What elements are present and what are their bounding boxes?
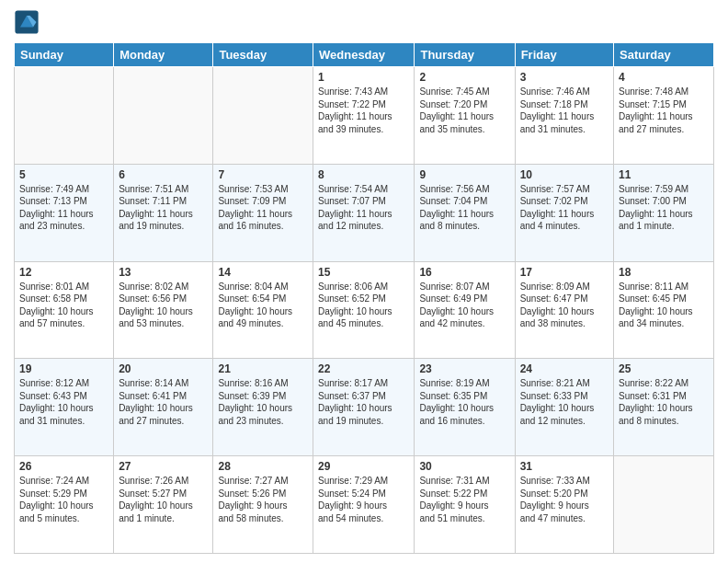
day-number: 16	[419, 266, 509, 279]
weekday-header-tuesday: Tuesday	[213, 43, 313, 67]
calendar-cell: 23Sunrise: 8:19 AM Sunset: 6:35 PM Dayli…	[415, 359, 515, 456]
day-number: 22	[318, 362, 409, 375]
day-number: 3	[520, 71, 609, 84]
day-number: 30	[419, 460, 509, 473]
calendar-cell: 30Sunrise: 7:31 AM Sunset: 5:22 PM Dayli…	[415, 456, 515, 554]
day-info: Sunrise: 8:14 AM Sunset: 6:41 PM Dayligh…	[119, 377, 208, 427]
day-number: 28	[218, 460, 308, 473]
calendar-cell: 26Sunrise: 7:24 AM Sunset: 5:29 PM Dayli…	[15, 456, 114, 554]
calendar-cell	[15, 67, 114, 165]
calendar-cell: 16Sunrise: 8:07 AM Sunset: 6:49 PM Dayli…	[415, 261, 515, 359]
logo	[14, 9, 41, 35]
day-info: Sunrise: 8:16 AM Sunset: 6:39 PM Dayligh…	[218, 377, 308, 427]
day-number: 1	[318, 71, 409, 84]
calendar-cell: 2Sunrise: 7:45 AM Sunset: 7:20 PM Daylig…	[415, 67, 515, 165]
day-number: 2	[419, 71, 509, 84]
weekday-header-friday: Friday	[515, 43, 613, 67]
day-info: Sunrise: 8:07 AM Sunset: 6:49 PM Dayligh…	[419, 281, 509, 330]
day-info: Sunrise: 8:11 AM Sunset: 6:45 PM Dayligh…	[619, 281, 709, 330]
day-number: 23	[419, 362, 509, 375]
day-info: Sunrise: 7:29 AM Sunset: 5:24 PM Dayligh…	[318, 475, 409, 524]
weekday-header-wednesday: Wednesday	[313, 43, 415, 67]
calendar-cell: 27Sunrise: 7:26 AM Sunset: 5:27 PM Dayli…	[114, 456, 213, 554]
calendar-cell: 18Sunrise: 8:11 AM Sunset: 6:45 PM Dayli…	[614, 261, 714, 359]
day-info: Sunrise: 7:48 AM Sunset: 7:15 PM Dayligh…	[619, 86, 709, 135]
day-number: 18	[619, 266, 709, 279]
day-info: Sunrise: 8:06 AM Sunset: 6:52 PM Dayligh…	[318, 281, 409, 330]
day-number: 31	[520, 460, 609, 473]
calendar-cell: 28Sunrise: 7:27 AM Sunset: 5:26 PM Dayli…	[213, 456, 313, 554]
calendar-cell: 15Sunrise: 8:06 AM Sunset: 6:52 PM Dayli…	[313, 261, 415, 359]
day-number: 10	[520, 168, 609, 181]
day-number: 15	[318, 266, 409, 279]
day-number: 7	[218, 168, 308, 181]
day-number: 8	[318, 168, 409, 181]
day-info: Sunrise: 7:59 AM Sunset: 7:00 PM Dayligh…	[619, 183, 709, 233]
day-number: 21	[218, 362, 308, 375]
weekday-header-sunday: Sunday	[15, 43, 114, 67]
calendar-cell: 22Sunrise: 8:17 AM Sunset: 6:37 PM Dayli…	[313, 359, 415, 456]
day-info: Sunrise: 7:46 AM Sunset: 7:18 PM Dayligh…	[520, 86, 609, 135]
page-header	[14, 9, 714, 35]
calendar-cell: 20Sunrise: 8:14 AM Sunset: 6:41 PM Dayli…	[114, 359, 213, 456]
day-number: 9	[419, 168, 509, 181]
day-number: 6	[119, 168, 208, 181]
day-number: 19	[19, 362, 108, 375]
day-number: 5	[19, 168, 108, 181]
day-info: Sunrise: 7:54 AM Sunset: 7:07 PM Dayligh…	[318, 183, 409, 233]
calendar-cell: 13Sunrise: 8:02 AM Sunset: 6:56 PM Dayli…	[114, 261, 213, 359]
calendar-cell: 19Sunrise: 8:12 AM Sunset: 6:43 PM Dayli…	[15, 359, 114, 456]
day-info: Sunrise: 7:49 AM Sunset: 7:13 PM Dayligh…	[19, 183, 108, 233]
day-number: 17	[520, 266, 609, 279]
calendar-cell	[614, 456, 714, 554]
calendar-cell: 5Sunrise: 7:49 AM Sunset: 7:13 PM Daylig…	[15, 164, 114, 261]
day-info: Sunrise: 7:56 AM Sunset: 7:04 PM Dayligh…	[419, 183, 509, 233]
day-info: Sunrise: 7:57 AM Sunset: 7:02 PM Dayligh…	[520, 183, 609, 233]
calendar-cell: 11Sunrise: 7:59 AM Sunset: 7:00 PM Dayli…	[614, 164, 714, 261]
calendar-cell: 14Sunrise: 8:04 AM Sunset: 6:54 PM Dayli…	[213, 261, 313, 359]
calendar-cell	[213, 67, 313, 165]
calendar-cell: 12Sunrise: 8:01 AM Sunset: 6:58 PM Dayli…	[15, 261, 114, 359]
calendar-cell: 4Sunrise: 7:48 AM Sunset: 7:15 PM Daylig…	[614, 67, 714, 165]
logo-icon	[14, 9, 40, 35]
day-number: 4	[619, 71, 709, 84]
day-number: 11	[619, 168, 709, 181]
day-info: Sunrise: 8:21 AM Sunset: 6:33 PM Dayligh…	[520, 377, 609, 427]
day-number: 29	[318, 460, 409, 473]
calendar-cell: 29Sunrise: 7:29 AM Sunset: 5:24 PM Dayli…	[313, 456, 415, 554]
calendar-cell: 25Sunrise: 8:22 AM Sunset: 6:31 PM Dayli…	[614, 359, 714, 456]
day-info: Sunrise: 7:24 AM Sunset: 5:29 PM Dayligh…	[19, 475, 108, 524]
day-number: 26	[19, 460, 108, 473]
calendar-cell: 24Sunrise: 8:21 AM Sunset: 6:33 PM Dayli…	[515, 359, 613, 456]
day-number: 13	[119, 266, 208, 279]
calendar-cell: 7Sunrise: 7:53 AM Sunset: 7:09 PM Daylig…	[213, 164, 313, 261]
calendar-cell: 8Sunrise: 7:54 AM Sunset: 7:07 PM Daylig…	[313, 164, 415, 261]
day-number: 27	[119, 460, 208, 473]
day-number: 24	[520, 362, 609, 375]
calendar-cell: 31Sunrise: 7:33 AM Sunset: 5:20 PM Dayli…	[515, 456, 613, 554]
calendar-cell: 9Sunrise: 7:56 AM Sunset: 7:04 PM Daylig…	[415, 164, 515, 261]
day-number: 20	[119, 362, 208, 375]
day-number: 12	[19, 266, 108, 279]
calendar-table: SundayMondayTuesdayWednesdayThursdayFrid…	[14, 42, 714, 554]
calendar-cell: 1Sunrise: 7:43 AM Sunset: 7:22 PM Daylig…	[313, 67, 415, 165]
weekday-header-monday: Monday	[114, 43, 213, 67]
weekday-header-thursday: Thursday	[415, 43, 515, 67]
day-info: Sunrise: 8:04 AM Sunset: 6:54 PM Dayligh…	[218, 281, 308, 330]
day-info: Sunrise: 8:09 AM Sunset: 6:47 PM Dayligh…	[520, 281, 609, 330]
calendar-cell: 17Sunrise: 8:09 AM Sunset: 6:47 PM Dayli…	[515, 261, 613, 359]
day-info: Sunrise: 8:19 AM Sunset: 6:35 PM Dayligh…	[419, 377, 509, 427]
day-info: Sunrise: 8:22 AM Sunset: 6:31 PM Dayligh…	[619, 377, 709, 427]
day-info: Sunrise: 7:53 AM Sunset: 7:09 PM Dayligh…	[218, 183, 308, 233]
day-info: Sunrise: 7:26 AM Sunset: 5:27 PM Dayligh…	[119, 475, 208, 524]
day-info: Sunrise: 7:43 AM Sunset: 7:22 PM Dayligh…	[318, 86, 409, 135]
day-info: Sunrise: 7:31 AM Sunset: 5:22 PM Dayligh…	[419, 475, 509, 524]
day-info: Sunrise: 7:33 AM Sunset: 5:20 PM Dayligh…	[520, 475, 609, 524]
weekday-header-saturday: Saturday	[614, 43, 714, 67]
day-number: 25	[619, 362, 709, 375]
calendar-cell: 3Sunrise: 7:46 AM Sunset: 7:18 PM Daylig…	[515, 67, 613, 165]
day-info: Sunrise: 8:17 AM Sunset: 6:37 PM Dayligh…	[318, 377, 409, 427]
calendar-cell: 6Sunrise: 7:51 AM Sunset: 7:11 PM Daylig…	[114, 164, 213, 261]
day-info: Sunrise: 7:51 AM Sunset: 7:11 PM Dayligh…	[119, 183, 208, 233]
calendar-cell: 10Sunrise: 7:57 AM Sunset: 7:02 PM Dayli…	[515, 164, 613, 261]
